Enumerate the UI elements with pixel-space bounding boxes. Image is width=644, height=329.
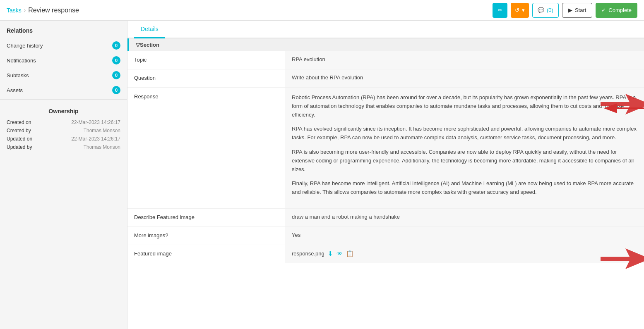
check-icon: ✓: [601, 7, 606, 13]
topic-value: RPA evolution: [285, 51, 644, 69]
complete-label: Complete: [608, 7, 632, 13]
change-history-badge: 0: [112, 41, 120, 50]
sidebar-item-change-history[interactable]: Change history 0: [0, 38, 127, 53]
file-row: response.png ⬇ 👁 📋: [292, 250, 637, 257]
describe-image-value: draw a man and a robot making a handshak…: [285, 209, 644, 226]
more-images-value: Yes: [285, 227, 644, 245]
updated-on-label: Updated on: [7, 136, 32, 142]
start-button[interactable]: ▶ Start: [562, 3, 592, 18]
header-actions: ✏ ↺ ▾ 💬 (0) ▶ Start ✓ Complete: [493, 3, 637, 18]
field-describe-image: Describe Featured image draw a man and a…: [127, 209, 644, 227]
created-by-label: Created by: [7, 128, 31, 134]
start-label: Start: [575, 7, 586, 13]
section-header: ▽Section: [127, 38, 644, 51]
ownership-section: Ownership Created on 22-Mar-2023 14:26:1…: [0, 101, 127, 159]
download-icon[interactable]: ⬇: [328, 250, 333, 257]
notifications-label: Notifications: [7, 57, 36, 64]
header-separator: ›: [24, 7, 26, 13]
field-more-images: More images? Yes: [127, 227, 644, 245]
tasks-link[interactable]: Tasks: [7, 7, 22, 14]
field-topic: Topic RPA evolution: [127, 51, 644, 69]
main-layout: Relations Change history 0 Notifications…: [0, 21, 644, 329]
page-title: Review response: [28, 7, 79, 14]
subtasks-badge: 0: [112, 71, 120, 79]
edit-icon: ✏: [498, 7, 502, 13]
field-featured-image: Featured image response.png ⬇ 👁 📋: [127, 245, 644, 263]
filename: response.png: [292, 250, 324, 257]
response-label: Response: [127, 88, 285, 208]
updated-by-label: Updated by: [7, 144, 32, 150]
featured-image-value: response.png ⬇ 👁 📋: [285, 245, 644, 263]
more-images-label: More images?: [127, 227, 285, 245]
ownership-updated-on: Updated on 22-Mar-2023 14:26:17: [7, 136, 120, 142]
response-para-3: RPA is also becoming more user-friendly …: [292, 148, 637, 174]
action-dropdown-button[interactable]: ↺ ▾: [511, 3, 529, 18]
relations-title: Relations: [0, 21, 127, 38]
created-by-value: Thomas Monson: [84, 128, 120, 134]
describe-image-label: Describe Featured image: [127, 209, 285, 226]
created-on-value: 22-Mar-2023 14:26:17: [71, 119, 120, 125]
comment-icon: 💬: [538, 7, 544, 13]
header-left: Tasks › Review response: [7, 7, 79, 14]
comments-button[interactable]: 💬 (0): [532, 3, 559, 18]
sidebar-item-notifications[interactable]: Notifications 0: [0, 53, 127, 68]
tabs-bar: Details: [127, 21, 644, 38]
question-value: Write about the RPA evolution: [285, 69, 644, 87]
play-icon: ▶: [568, 7, 572, 13]
field-response: Response Robotic Process Automation (RPA…: [127, 88, 644, 209]
comments-count: (0): [547, 7, 553, 13]
action-icon: ↺: [515, 7, 519, 13]
response-para-2: RPA has evolved significantly since its …: [292, 125, 637, 142]
form-area: Topic RPA evolution Question Write about…: [127, 51, 644, 263]
ownership-created-on: Created on 22-Mar-2023 14:26:17: [7, 119, 120, 125]
updated-on-value: 22-Mar-2023 14:26:17: [71, 136, 120, 142]
field-question: Question Write about the RPA evolution: [127, 69, 644, 88]
created-on-label: Created on: [7, 119, 31, 125]
sidebar: Relations Change history 0 Notifications…: [0, 21, 127, 329]
main-content: Details ▽Section Topic RPA evolution Que…: [127, 21, 644, 329]
response-para-4: Finally, RPA has become more intelligent…: [292, 179, 637, 197]
topic-label: Topic: [127, 51, 285, 69]
ownership-created-by: Created by Thomas Monson: [7, 128, 120, 134]
subtasks-label: Subtasks: [7, 72, 29, 79]
tab-details[interactable]: Details: [134, 21, 165, 38]
change-history-label: Change history: [7, 43, 43, 49]
assets-label: Assets: [7, 87, 23, 93]
section-label: ▽Section: [136, 42, 159, 48]
ownership-title: Ownership: [7, 108, 120, 114]
sidebar-item-assets[interactable]: Assets 0: [0, 83, 127, 98]
question-label: Question: [127, 69, 285, 87]
notifications-badge: 0: [112, 56, 120, 64]
preview-icon[interactable]: 👁: [336, 250, 343, 257]
complete-button[interactable]: ✓ Complete: [596, 3, 637, 18]
edit-button[interactable]: ✏: [493, 3, 507, 18]
updated-by-value: Thomas Monson: [84, 144, 120, 150]
featured-image-label: Featured image: [127, 245, 285, 263]
assets-badge: 0: [112, 86, 120, 94]
chevron-down-icon: ▾: [522, 7, 525, 13]
ownership-updated-by: Updated by Thomas Monson: [7, 144, 120, 150]
header: Tasks › Review response ✏ ↺ ▾ 💬 (0) ▶ St…: [0, 0, 644, 21]
sidebar-item-subtasks[interactable]: Subtasks 0: [0, 68, 127, 83]
red-arrow-response: [613, 100, 644, 117]
copy-icon[interactable]: 📋: [346, 250, 354, 257]
sidebar-divider: [0, 99, 127, 100]
response-value: Robotic Process Automation (RPA) has bee…: [285, 88, 644, 208]
response-para-1: Robotic Process Automation (RPA) has bee…: [292, 93, 637, 119]
